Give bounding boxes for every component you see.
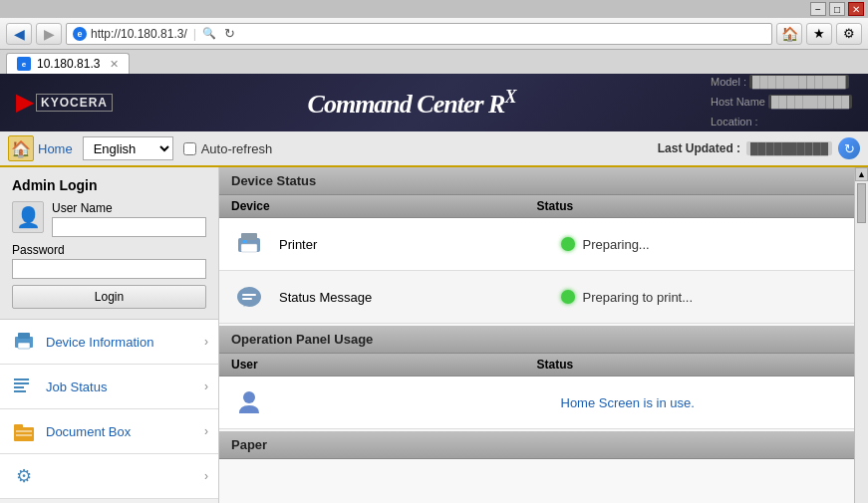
admin-login-title: Admin Login (12, 177, 206, 193)
kyocera-logo: ▶ KYOCERA (16, 90, 113, 116)
paper-header: Paper (219, 431, 854, 459)
more-icon: ⚙ (10, 462, 38, 490)
command-center-text: Command Center RX (308, 87, 516, 120)
svg-rect-13 (241, 244, 257, 252)
operation-panel-section: Operation Panel Usage User Status Home S… (219, 326, 854, 429)
language-select[interactable]: English French German Spanish Japanese (83, 136, 173, 160)
svg-rect-8 (14, 424, 23, 429)
search-icon: 🔍 (202, 27, 216, 40)
tab-title: 10.180.81.3 (37, 57, 100, 71)
hostname-value: ██████████ (768, 95, 852, 109)
op-status-text: Home Screen is in use. (561, 395, 843, 410)
device-table-header: Device Status (219, 195, 854, 218)
device-status-header: Device Status (219, 167, 854, 195)
scroll-track (855, 181, 868, 503)
nav-item-document-box[interactable]: Document Box › (0, 409, 218, 454)
document-box-label: Document Box (46, 424, 204, 439)
scroll-thumb[interactable] (857, 183, 866, 223)
toolbar-row: 🏠 Home English French German Spanish Jap… (0, 131, 868, 167)
paper-section: Paper (219, 431, 854, 459)
tab-close-icon[interactable]: ✕ (110, 58, 119, 71)
settings-button[interactable]: ⚙ (836, 23, 862, 45)
avatar-box: 👤 (12, 201, 44, 233)
last-updated-group: Last Updated : ██████████ ↻ (658, 137, 860, 159)
svg-rect-12 (241, 233, 257, 240)
model-label: Model : (711, 76, 746, 88)
printer-status-text: Preparing... (583, 237, 650, 252)
forward-button[interactable]: ▶ (36, 23, 62, 45)
content-area: Device Status Device Status Printer (219, 167, 854, 503)
svg-rect-4 (14, 382, 29, 384)
printer-status-indicator (561, 237, 575, 251)
main-layout: Admin Login 👤 User Name Password Login (0, 167, 868, 503)
table-row: Printer Preparing... (219, 218, 854, 271)
svg-rect-14 (243, 240, 247, 243)
minimize-button[interactable]: − (810, 2, 826, 16)
address-text: http://10.180.81.3/ (91, 27, 187, 41)
password-input[interactable] (12, 259, 206, 279)
last-updated-value: ██████████ (746, 141, 832, 155)
svg-rect-17 (242, 298, 252, 300)
hostname-label: Host Name (711, 96, 765, 108)
user-col-header: User (231, 358, 537, 372)
operation-panel-header: Operation Panel Usage (219, 326, 854, 354)
title-bar: − □ ✕ (0, 0, 868, 18)
last-updated-label: Last Updated : (658, 141, 740, 155)
maximize-button[interactable]: □ (829, 2, 845, 16)
refresh-button[interactable]: ↻ (838, 137, 860, 159)
op-status-col-header: Status (537, 358, 843, 372)
home-icon-box: 🏠 (8, 135, 34, 161)
search-separator: | (193, 26, 196, 41)
refresh-nav-icon[interactable]: ↻ (224, 26, 235, 41)
status-col-header: Status (537, 199, 843, 213)
scroll-up-arrow[interactable]: ▲ (855, 167, 868, 181)
table-row: Home Screen is in use. (219, 377, 854, 429)
more-arrow-icon: › (204, 469, 208, 483)
kyocera-k-icon: ▶ (16, 90, 33, 116)
device-status-section: Device Status Device Status Printer (219, 167, 854, 324)
device-info-icon (10, 328, 38, 356)
svg-rect-16 (242, 294, 256, 296)
username-input[interactable] (52, 217, 206, 237)
ie-icon: e (73, 27, 87, 41)
model-value: ████████████ (749, 75, 849, 89)
sidebar: Admin Login 👤 User Name Password Login (0, 167, 219, 503)
user-icon (231, 384, 267, 420)
job-status-label: Job Status (46, 379, 204, 394)
site-header: ▶ KYOCERA Command Center RX Model : ████… (0, 74, 868, 131)
nav-item-device-information[interactable]: Device Information › (0, 320, 218, 365)
login-button[interactable]: Login (12, 285, 206, 309)
brand-title: Command Center RX (113, 87, 711, 120)
home-label: Home (38, 141, 73, 156)
address-bar[interactable]: e http://10.180.81.3/ | 🔍 ↻ (66, 23, 772, 45)
home-button[interactable]: 🏠 Home (8, 135, 73, 161)
scrollbar[interactable]: ▲ ▼ (854, 167, 868, 503)
device-info-panel: Model : ████████████ Host Name █████████… (711, 73, 852, 131)
document-box-icon (10, 417, 38, 445)
kyocera-brand-name: KYOCERA (36, 94, 113, 112)
admin-login-panel: Admin Login 👤 User Name Password Login (0, 167, 218, 320)
svg-rect-3 (14, 378, 29, 380)
status-message-icon (231, 279, 267, 315)
device-information-label: Device Information (46, 335, 204, 350)
svg-point-19 (243, 391, 255, 403)
printer-status-group: Preparing... (561, 237, 843, 252)
status-message-text: Preparing to print... (583, 290, 694, 305)
tab-favicon: e (17, 57, 31, 71)
printer-name: Printer (279, 237, 561, 252)
device-info-arrow-icon: › (204, 335, 208, 349)
nav-item-more[interactable]: ⚙ › (0, 454, 218, 499)
favorites-button[interactable]: ★ (806, 23, 832, 45)
svg-rect-10 (16, 434, 32, 436)
browser-tab[interactable]: e 10.180.81.3 ✕ (6, 53, 130, 74)
device-col-header: Device (231, 199, 537, 213)
auto-refresh-checkbox[interactable] (183, 142, 196, 155)
home-nav-button[interactable]: 🏠 (776, 23, 802, 45)
svg-rect-1 (18, 333, 30, 339)
auto-refresh-label: Auto-refresh (201, 141, 273, 156)
svg-rect-9 (16, 430, 32, 432)
nav-item-job-status[interactable]: Job Status › (0, 365, 218, 409)
password-label: Password (12, 243, 206, 257)
close-button[interactable]: ✕ (848, 2, 864, 16)
back-button[interactable]: ◀ (6, 23, 32, 45)
